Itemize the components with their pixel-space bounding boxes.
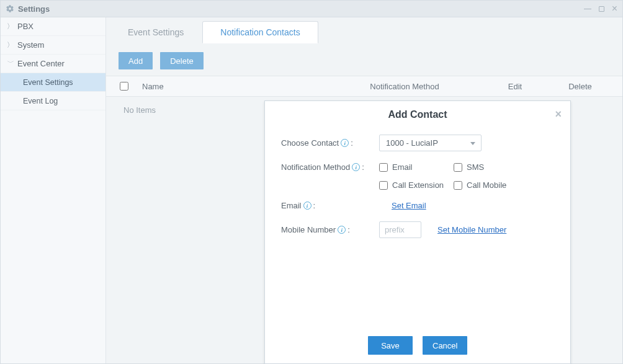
- checkbox-call-ext-input[interactable]: [379, 181, 388, 190]
- close-icon[interactable]: ×: [555, 108, 562, 121]
- choose-contact-select[interactable]: 1000 - LuciaIP: [379, 135, 482, 151]
- info-icon[interactable]: i: [341, 139, 349, 147]
- checkbox-sms[interactable]: SMS: [454, 162, 528, 172]
- set-mobile-number-link[interactable]: Set Mobile Number: [437, 225, 506, 234]
- checkbox-label: Call Extension: [392, 180, 444, 190]
- window-minimize[interactable]: [584, 9, 591, 9]
- info-icon[interactable]: i: [303, 202, 312, 210]
- modal-title: Add Contact: [388, 109, 447, 120]
- email-label: Email: [281, 201, 302, 210]
- checkbox-email-input[interactable]: [379, 163, 388, 172]
- checkbox-call-mobile[interactable]: Call Mobile: [454, 180, 528, 190]
- window-maximize[interactable]: [599, 6, 604, 12]
- checkbox-email[interactable]: Email: [379, 162, 454, 172]
- choose-contact-label: Choose Contact: [281, 138, 339, 148]
- chevron-right-icon: 〉: [7, 22, 14, 31]
- info-icon[interactable]: i: [352, 163, 360, 171]
- gear-icon: [6, 4, 14, 13]
- cancel-button[interactable]: Cancel: [423, 336, 467, 355]
- checkbox-call-extension[interactable]: Call Extension: [379, 180, 454, 190]
- checkbox-label: Email: [392, 162, 413, 172]
- sidebar-item-event-settings[interactable]: Event Settings: [1, 73, 105, 92]
- sidebar-item-label: Event Log: [23, 97, 58, 105]
- save-button[interactable]: Save: [368, 336, 413, 355]
- sidebar-item-event-center[interactable]: 〉 Event Center: [1, 55, 105, 73]
- checkbox-label: Call Mobile: [467, 180, 506, 190]
- mobile-prefix-input[interactable]: [379, 221, 421, 238]
- select-value: 1000 - LuciaIP: [386, 138, 438, 148]
- sidebar-item-system[interactable]: 〉 System: [1, 36, 105, 55]
- notification-method-label: Notification Method: [281, 162, 350, 172]
- chevron-right-icon: 〉: [7, 40, 14, 50]
- sidebar-item-label: Event Settings: [23, 78, 73, 87]
- sidebar-item-label: System: [17, 40, 44, 50]
- checkbox-label: SMS: [467, 162, 484, 172]
- window-title: Settings: [18, 4, 580, 14]
- sidebar-item-event-log[interactable]: Event Log: [1, 92, 105, 110]
- sidebar: 〉 PBX 〉 System 〉 Event Center Event Sett…: [1, 17, 106, 363]
- checkbox-call-mobile-input[interactable]: [454, 181, 462, 190]
- set-email-link[interactable]: Set Email: [392, 201, 426, 210]
- checkbox-sms-input[interactable]: [454, 163, 462, 172]
- mobile-number-label: Mobile Number: [281, 225, 336, 234]
- info-icon[interactable]: i: [338, 226, 346, 234]
- window-close[interactable]: ×: [612, 4, 617, 14]
- sidebar-item-label: Event Center: [17, 59, 65, 68]
- chevron-down-icon: 〉: [6, 60, 15, 67]
- add-contact-modal: Add Contact × Choose Contact i : 1000 - …: [264, 100, 571, 364]
- sidebar-item-label: PBX: [17, 22, 34, 31]
- sidebar-item-pbx[interactable]: 〉 PBX: [1, 17, 105, 36]
